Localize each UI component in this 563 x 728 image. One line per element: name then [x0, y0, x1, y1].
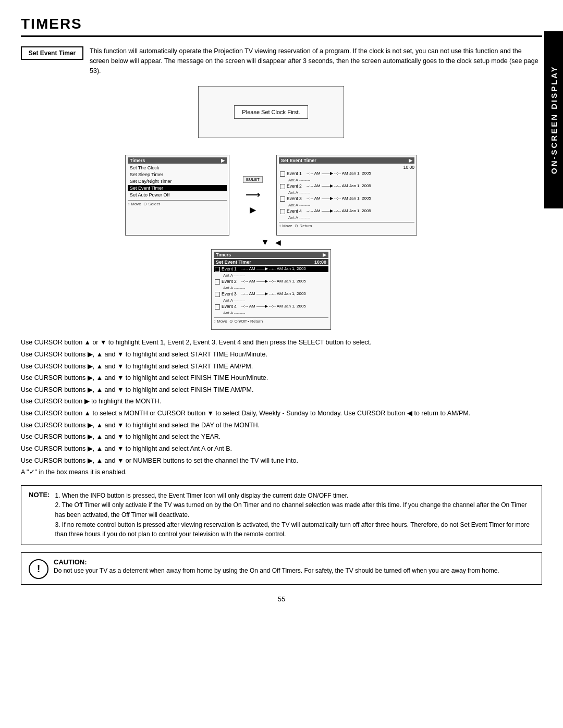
bottom-event-4-ant: Ant A -------- — [223, 311, 328, 315]
bottom-event-2-time: --:-- AM ——▶ --:-- AM Jan 1, 2005 — [241, 279, 327, 283]
menu-bottom-left: ↕ Move ⊙ Select — [128, 200, 227, 206]
note-item-1: 1. When the INFO button is pressed, the … — [55, 491, 534, 501]
left-back-arrow-icon: ◀ — [275, 238, 281, 246]
note-item-3: 3. If no remote control button is presse… — [55, 520, 534, 539]
caution-label: CAUTION: — [54, 558, 499, 566]
bottom-event-3-label: Event 3 — [222, 291, 241, 297]
bottom-event-2-ant: Ant A -------- — [223, 286, 328, 290]
right-event-4-ant: Ant A -------- — [288, 215, 414, 220]
bottom-event-2-label: Event 2 — [222, 279, 241, 284]
bottom-timers-arrow: ▶ — [323, 252, 326, 257]
right-arrow-icon: ⟶ — [246, 188, 261, 201]
menu-item-day-night: Set Day/Night Timer — [128, 178, 227, 184]
menu-item-sleep-timer: Set Sleep Timer — [128, 171, 227, 178]
set-event-timer-screen-title: Set Event Timer ▶ — [279, 157, 414, 164]
page-number: 55 — [21, 595, 542, 603]
bottom-event-4-time: --:-- AM ——▶ --:-- AM Jan 1, 2005 — [241, 304, 327, 309]
down-arrow-icon: ▼ — [261, 238, 270, 247]
body-line-2: Use CURSOR buttons ▶, ▲ and ▼ to highlig… — [21, 349, 542, 360]
page-title: TIMERS — [21, 16, 542, 37]
right-event-1-time: --:-- AM ——▶ --:-- AM Jan 1, 2005 — [307, 171, 413, 176]
bottom-timers-label: Timers — [216, 252, 231, 257]
right-event-1-checkbox — [280, 171, 285, 177]
bottom-event-1-label: Event 1 — [222, 266, 241, 272]
note-content: 1. When the INFO button is pressed, the … — [55, 491, 534, 539]
bottom-event-3-checkbox — [215, 292, 220, 297]
bottom-event-3-row: Event 3 --:-- AM ——▶ --:-- AM Jan 1, 200… — [214, 291, 328, 297]
bottom-menu-bottom: ↕ Move ⊙ On/Off • Return — [214, 317, 328, 324]
bottom-event-2-checkbox — [215, 279, 220, 285]
right-event-1-label: Event 1 — [287, 171, 307, 176]
bottom-event-1-ant: Ant A -------- — [223, 273, 328, 278]
body-line-7: Use CURSOR button ▲ to select a MONTH or… — [21, 408, 542, 419]
body-line-12: A "✓" in the box means it is enabled. — [21, 467, 542, 478]
right-time: 10:00 — [403, 165, 414, 170]
set-event-timer-section: Set Event Timer This function will autom… — [21, 46, 542, 76]
right-event-2-checkbox — [280, 184, 285, 189]
right-event-2-label: Event 2 — [287, 183, 307, 189]
right-event-4-time: --:-- AM ——▶ --:-- AM Jan 1, 2005 — [307, 208, 413, 213]
set-event-timer-screen: Set Event Timer ▶ 10:00 Event 1 --:-- AM… — [276, 155, 417, 236]
right-event-3-ant: Ant A -------- — [288, 203, 414, 207]
right-event-4-row: Event 4 --:-- AM ——▶ --:-- AM Jan 1, 200… — [279, 208, 414, 214]
caution-text-col: CAUTION: Do not use your TV as a deterre… — [54, 558, 499, 576]
bottom-event-1-time: --:-- AM ——▶ --:-- AM Jan 1, 2005 — [241, 266, 327, 271]
menu-item-auto-power: Set Auto Power Off — [128, 192, 227, 198]
caution-content: Do not use your TV as a deterrent when a… — [54, 566, 499, 576]
bottom-event-1-row: Event 1 --:-- AM ——▶ --:-- AM Jan 1, 200… — [214, 266, 328, 272]
body-line-5: Use CURSOR buttons ▶, ▲ and ▼ to highlig… — [21, 385, 542, 396]
right-event-2-row: Event 2 --:-- AM ——▶ --:-- AM Jan 1, 200… — [279, 183, 414, 189]
bottom-timers-title: Timers ▶ — [214, 252, 328, 258]
clock-first-message: Please Set Clock First. — [234, 105, 308, 119]
bottom-event-4-row: Event 4 --:-- AM ——▶ --:-- AM Jan 1, 200… — [214, 304, 328, 310]
right-event-1-row: Event 1 --:-- AM ——▶ --:-- AM Jan 1, 200… — [279, 171, 414, 177]
right-event-3-time: --:-- AM ——▶ --:-- AM Jan 1, 2005 — [307, 196, 413, 201]
body-line-1: Use CURSOR button ▲ or ▼ to highlight Ev… — [21, 337, 542, 348]
set-event-timer-screen-arrow: ▶ — [409, 158, 412, 163]
timers-menu-arrow: ▶ — [221, 158, 225, 163]
bottom-event-2-row: Event 2 --:-- AM ——▶ --:-- AM Jan 1, 200… — [214, 279, 328, 285]
bottom-event-3-time: --:-- AM ——▶ --:-- AM Jan 1, 2005 — [241, 291, 327, 296]
menu-item-set-clock: Set The Clock — [128, 165, 227, 171]
body-text-area: Use CURSOR button ▲ or ▼ to highlight Ev… — [21, 337, 542, 478]
right-event-1-ant: Ant A -------- — [288, 178, 414, 182]
body-line-6: Use CURSOR button ▶ to highlight the MON… — [21, 396, 542, 407]
on-screen-display-sidebar: ON-SCREEN DISPLAY — [544, 31, 563, 208]
bottom-set-event-time: 10:00 — [314, 260, 326, 265]
timers-menu-title: Timers — [130, 158, 145, 163]
timers-menu-screen: Timers ▶ Set The Clock Set Sleep Timer S… — [125, 155, 229, 236]
right-event-4-checkbox — [280, 209, 285, 214]
bulet-button: BULET — [243, 176, 263, 183]
body-line-11: Use CURSOR buttons ▶, ▲ and ▼ or NUMBER … — [21, 455, 542, 466]
right-sub-arrow-icon: ▶ — [250, 205, 256, 215]
bottom-event-timer-screen: Timers ▶ Set Event Timer 10:00 Event 1 -… — [211, 249, 331, 330]
menu-item-event-timer: Set Event Timer — [128, 185, 227, 191]
note-item-2: 2. The Off Timer will only activate if t… — [55, 500, 534, 520]
clock-first-box: Please Set Clock First. — [198, 86, 344, 138]
set-event-timer-screen-label: Set Event Timer — [281, 158, 316, 163]
body-line-10: Use CURSOR buttons ▶, ▲ and ▼ to highlig… — [21, 443, 542, 454]
right-event-4-label: Event 4 — [287, 208, 307, 214]
bottom-set-event-label: Set Event Timer — [216, 260, 251, 265]
bottom-event-4-checkbox — [215, 304, 220, 310]
right-event-3-checkbox — [280, 196, 285, 202]
caution-icon: ! — [29, 559, 48, 579]
right-event-3-label: Event 3 — [287, 196, 307, 201]
right-time-header: 10:00 — [279, 165, 414, 170]
set-event-timer-description: This function will automatically operate… — [90, 46, 542, 76]
note-box: NOTE: 1. When the INFO button is pressed… — [21, 485, 542, 545]
body-line-8: Use CURSOR buttons ▶, ▲ and ▼ to highlig… — [21, 420, 542, 431]
right-event-2-time: --:-- AM ——▶ --:-- AM Jan 1, 2005 — [307, 183, 413, 188]
bottom-set-event-title: Set Event Timer 10:00 — [214, 259, 328, 265]
bottom-event-4-label: Event 4 — [222, 304, 241, 309]
note-label: NOTE: — [29, 491, 50, 499]
set-event-timer-label: Set Event Timer — [21, 46, 83, 60]
right-event-2-ant: Ant A -------- — [288, 190, 414, 195]
bottom-event-1-checkbox — [215, 267, 220, 272]
bottom-event-3-ant: Ant A -------- — [223, 298, 328, 303]
right-event-3-row: Event 3 --:-- AM ——▶ --:-- AM Jan 1, 200… — [279, 196, 414, 202]
body-line-9: Use CURSOR buttons ▶, ▲ and ▼ to highlig… — [21, 431, 542, 442]
body-line-3: Use CURSOR buttons ▶, ▲ and ▼ to highlig… — [21, 361, 542, 372]
body-line-4: Use CURSOR buttons ▶, ▲ and ▼ to highlig… — [21, 373, 542, 384]
timers-menu-title-bar: Timers ▶ — [128, 157, 227, 164]
